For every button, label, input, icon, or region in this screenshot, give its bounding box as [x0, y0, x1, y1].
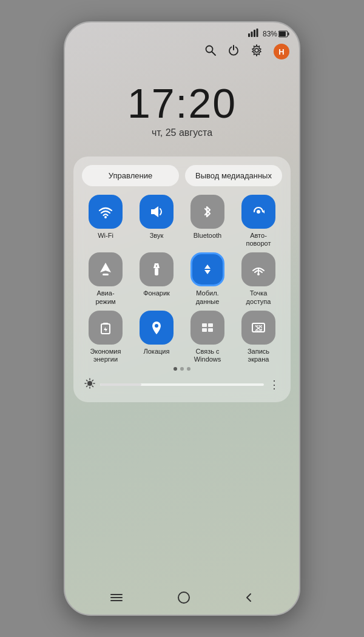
tile-batterysave[interactable]: Экономияэнергии [82, 311, 129, 363]
svg-point-10 [104, 216, 107, 218]
sound-label: Звук [150, 232, 164, 240]
airplane-label: Авиа-режим [95, 289, 115, 305]
autorotate-icon [241, 195, 275, 229]
settings-icon[interactable] [251, 44, 263, 59]
svg-rect-6 [279, 32, 286, 36]
windows-icon [190, 311, 224, 345]
svg-line-34 [92, 386, 93, 387]
mobiledata-icon [190, 252, 224, 286]
svg-marker-11 [151, 206, 158, 217]
page-dot-1 [174, 367, 177, 371]
svg-rect-24 [208, 328, 213, 332]
status-bar: 83% [65, 22, 299, 41]
svg-point-28 [87, 381, 92, 386]
batterysave-label: Экономияэнергии [90, 348, 121, 363]
wifi-icon [89, 195, 123, 229]
airplane-icon [89, 252, 123, 286]
brightness-icon [84, 378, 95, 391]
svg-point-7 [206, 46, 213, 52]
tiles-grid: Wi-Fi Звук Bluetooth [79, 195, 285, 363]
clock-area: 17:20 чт, 25 августа [65, 64, 299, 150]
hotspot-icon [241, 252, 275, 286]
tile-location[interactable]: Локация [133, 311, 180, 363]
user-avatar[interactable]: H [274, 44, 289, 59]
hotspot-label: Точкадоступа [246, 289, 271, 305]
phone-frame: 83% H [64, 21, 300, 616]
page-dot-3 [187, 367, 190, 371]
screenrecord-icon [241, 311, 275, 345]
power-icon[interactable] [228, 44, 240, 59]
signal-icon [248, 29, 259, 39]
svg-point-20 [155, 324, 158, 328]
page-dots [79, 363, 285, 372]
svg-rect-23 [202, 328, 207, 332]
tile-hotspot[interactable]: Точкадоступа [235, 252, 282, 305]
svg-rect-22 [208, 323, 213, 327]
battery-indicator: 83% [263, 30, 289, 38]
nav-bar [65, 583, 299, 615]
windows-label: Связь сWindows [194, 348, 221, 363]
nav-home-button[interactable] [177, 591, 190, 607]
tile-windows[interactable]: Связь сWindows [184, 311, 231, 363]
batterysave-icon [89, 311, 123, 345]
flashlight-icon [140, 252, 174, 286]
tile-airplane[interactable]: Авиа-режим [82, 252, 129, 305]
svg-rect-19 [103, 323, 108, 324]
location-icon [140, 311, 174, 345]
svg-rect-21 [202, 323, 207, 327]
tile-bluetooth[interactable]: Bluetooth [184, 195, 231, 248]
svg-point-12 [257, 210, 260, 214]
clock-date: чт, 25 августа [77, 127, 287, 138]
svg-line-33 [87, 380, 88, 382]
svg-rect-2 [254, 30, 255, 37]
location-label: Локация [144, 348, 170, 356]
control-panel: Управление Вывод медиаданных Wi-Fi [73, 157, 291, 402]
svg-rect-3 [256, 29, 258, 37]
brightness-fill [100, 383, 141, 386]
brightness-more-button[interactable]: ⋮ [269, 378, 280, 391]
tile-flashlight[interactable]: Фонарик [133, 252, 180, 305]
mobiledata-label: Мобил.данные [196, 289, 220, 305]
svg-rect-13 [103, 274, 109, 275]
control-button[interactable]: Управление [82, 165, 179, 186]
bluetooth-label: Bluetooth [194, 232, 221, 240]
svg-rect-5 [288, 32, 289, 35]
autorotate-label: Авто-поворот [246, 232, 271, 248]
page-dot-2 [180, 367, 184, 371]
svg-line-36 [87, 386, 88, 387]
tile-mobiledata[interactable]: Мобил.данные [184, 252, 231, 305]
svg-line-8 [212, 52, 216, 55]
tile-wifi[interactable]: Wi-Fi [82, 195, 129, 248]
svg-point-40 [178, 592, 189, 603]
brightness-slider[interactable] [100, 383, 264, 386]
tile-sound[interactable]: Звук [133, 195, 180, 248]
brightness-bar-container: ⋮ [79, 372, 285, 394]
top-buttons-row: Управление Вывод медиаданных [79, 165, 285, 186]
svg-rect-0 [248, 33, 250, 37]
media-output-button[interactable]: Вывод медиаданных [185, 165, 282, 186]
svg-line-35 [92, 380, 93, 382]
nav-back-button[interactable] [244, 591, 254, 607]
screenrecord-label: Записьэкрана [248, 348, 269, 363]
top-icons-row: H [65, 41, 299, 64]
sound-icon [140, 195, 174, 229]
clock-time: 17:20 [77, 83, 287, 124]
svg-rect-14 [155, 268, 158, 275]
bluetooth-icon [190, 195, 224, 229]
search-icon[interactable] [204, 44, 217, 59]
flashlight-label: Фонарик [143, 289, 170, 297]
svg-point-16 [257, 273, 260, 275]
svg-rect-1 [251, 32, 252, 37]
svg-point-9 [255, 49, 258, 52]
tile-autorotate[interactable]: Авто-поворот [235, 195, 282, 248]
wifi-label: Wi-Fi [98, 232, 113, 240]
nav-recent-button[interactable] [110, 592, 123, 606]
tile-screenrecord[interactable]: Записьэкрана [235, 311, 282, 363]
